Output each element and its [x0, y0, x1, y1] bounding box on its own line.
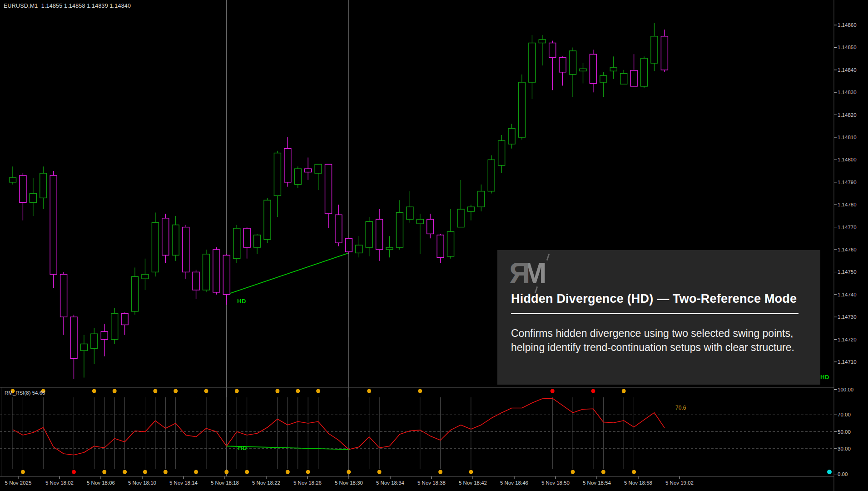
swing-dot-top: [174, 389, 178, 393]
candle-body-bull: [580, 69, 586, 71]
candle-body-bear: [193, 272, 199, 290]
time-axis-label[interactable]: 5 Nov 18:38: [417, 480, 446, 486]
swing-dot-bottom: [377, 470, 382, 474]
rsi-axis-label: 30.00: [838, 446, 851, 451]
swing-dot-bottom: [601, 470, 605, 474]
candle-body-bear: [101, 331, 108, 339]
candle-body-bull: [498, 140, 505, 165]
candle-body-bull: [386, 247, 393, 250]
candle-body-bear: [121, 314, 128, 325]
swing-dot-top: [92, 389, 96, 393]
time-axis-label[interactable]: 5 Nov 18:54: [583, 480, 611, 486]
candle-body-bull: [111, 314, 118, 340]
candle-body-bull: [152, 223, 159, 272]
swing-dot-top: [622, 389, 626, 393]
candle-body-bull: [457, 209, 464, 227]
current-marker-dot: [827, 470, 832, 474]
price-axis-label: 1.14740: [838, 292, 857, 297]
candle-wick-icon: [546, 254, 550, 261]
price-axis-label: 1.14810: [838, 135, 857, 140]
swing-dot-bottom: [123, 470, 127, 474]
candle-body-bull: [407, 207, 413, 219]
candle-body-bear: [284, 149, 291, 182]
time-axis-label[interactable]: 5 Nov 18:30: [335, 480, 363, 486]
swing-dot-top: [113, 389, 117, 393]
price-axis-label: 1.14710: [838, 359, 857, 365]
candle-body-bull: [315, 164, 322, 173]
candle-body-bull: [10, 178, 16, 182]
price-axis-label: 1.14720: [838, 337, 857, 342]
time-axis-label[interactable]: 5 Nov 18:02: [45, 480, 74, 486]
price-axis-label: 1.14770: [838, 225, 857, 230]
price-axis-label: 1.14830: [838, 90, 857, 95]
swing-dot-bottom: [21, 470, 25, 474]
terminal-chart-window: 1.148601.148501.148401.148301.148201.148…: [0, 0, 868, 491]
time-axis-label[interactable]: 5 Nov 18:10: [128, 480, 156, 486]
candle-body-bear: [60, 274, 67, 317]
time-axis-label[interactable]: 5 Nov 18:46: [500, 480, 528, 486]
candle-body-bear: [243, 228, 250, 247]
candle-body-bull: [447, 231, 454, 256]
swing-dot-bottom: [286, 470, 290, 474]
time-axis-label[interactable]: 5 Nov 18:34: [376, 480, 405, 486]
candle-body-bear: [661, 36, 668, 70]
swing-dot-top: [275, 389, 279, 393]
time-axis-label[interactable]: 5 Nov 18:58: [624, 480, 652, 486]
candle-body-bear: [376, 219, 383, 250]
time-axis-label[interactable]: 5 Nov 18:42: [459, 480, 487, 486]
time-axis-label[interactable]: 5 Nov 18:06: [87, 480, 115, 486]
candle-body-bear: [427, 219, 434, 234]
candle-body-bull: [30, 194, 36, 203]
price-axis-label: 1.14800: [838, 157, 857, 162]
rsi-axis-label: 100.00: [838, 387, 853, 392]
swing-dot-top: [296, 389, 300, 393]
candle-body-bull: [651, 36, 658, 63]
candle-body-bull: [641, 58, 648, 86]
time-axis-label[interactable]: 5 Nov 18:26: [293, 480, 322, 486]
price-axis-label: 1.14790: [838, 180, 857, 185]
candle-body-bull: [519, 82, 526, 137]
time-axis-label[interactable]: 5 Nov 18:22: [252, 480, 280, 486]
rsi-axis-label: 70.00: [838, 412, 851, 417]
chart-background[interactable]: [0, 0, 868, 491]
candle-body-bear: [162, 218, 169, 256]
swing-dot-top: [418, 389, 422, 393]
rm-logo-r: R: [509, 256, 530, 290]
swing-dot-bottom: [438, 470, 442, 474]
candle-body-bull: [366, 221, 372, 247]
candle-body-bull: [254, 235, 261, 247]
swing-dot-top: [153, 389, 157, 393]
chart-canvas[interactable]: 1.148601.148501.148401.148301.148201.148…: [0, 0, 868, 491]
signal-dot-top: [591, 389, 595, 393]
time-axis-label[interactable]: 5 Nov 18:18: [211, 480, 239, 486]
swing-dot-bottom: [194, 470, 198, 474]
swing-dot-top: [367, 389, 371, 393]
candle-body-bull: [600, 75, 607, 82]
candle-body-bull: [467, 207, 474, 211]
swing-dot-top: [235, 389, 239, 393]
swing-dot-bottom: [632, 470, 636, 474]
swing-dot-bottom: [571, 470, 575, 474]
rsi-axis-label: 0.00: [838, 471, 848, 477]
swing-dot-top: [204, 389, 208, 393]
price-axis-label: 1.14860: [838, 22, 857, 28]
swing-dot-bottom: [347, 470, 351, 474]
time-axis-label[interactable]: 5 Nov 18:50: [541, 480, 570, 486]
time-axis-label[interactable]: 5 Nov 18:14: [169, 480, 198, 486]
time-axis-label[interactable]: 5 Nov 2025: [5, 480, 32, 486]
candle-body-bull: [356, 245, 362, 253]
swing-dot-bottom: [469, 470, 473, 474]
rsi-threshold-value: 70.6: [675, 405, 686, 411]
hd-label-corner: HD: [820, 374, 829, 381]
rsi-indicator-label: RM_RSI(8) 54.66: [5, 390, 45, 396]
candle-body-bull: [417, 219, 423, 224]
candle-body-bull: [294, 169, 301, 185]
candle-body-bull: [80, 344, 87, 351]
candle-body-bull: [478, 191, 485, 207]
candle-body-bull: [539, 40, 546, 43]
price-axis-label: 1.14780: [838, 202, 857, 207]
candle-body-bear: [70, 317, 77, 358]
candle-body-bear: [20, 175, 26, 202]
hd-label-rsi: HD: [238, 445, 247, 451]
time-axis-label[interactable]: 5 Nov 19:02: [665, 480, 694, 486]
